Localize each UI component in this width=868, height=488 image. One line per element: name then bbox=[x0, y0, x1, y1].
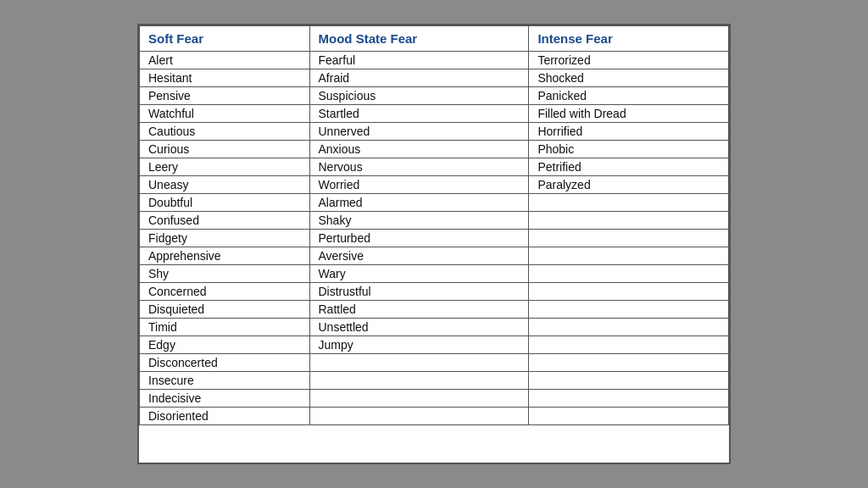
intense-fear-cell: Filled with Dread bbox=[529, 105, 729, 123]
table-row: ShyWary bbox=[140, 265, 729, 283]
table-row: CuriousAnxiousPhobic bbox=[140, 141, 729, 158]
soft-fear-cell: Hesitant bbox=[140, 69, 310, 87]
header-intense-fear: Intense Fear bbox=[529, 26, 729, 52]
fear-table: Soft Fear Mood State Fear Intense Fear A… bbox=[139, 25, 729, 425]
table-row: DisquietedRattled bbox=[140, 301, 729, 319]
mood-state-fear-cell: Suspicious bbox=[309, 87, 529, 105]
mood-state-fear-cell: Anxious bbox=[309, 141, 529, 158]
soft-fear-cell: Pensive bbox=[140, 87, 310, 105]
mood-state-fear-cell bbox=[309, 372, 529, 390]
mood-state-fear-cell: Fearful bbox=[309, 52, 529, 69]
mood-state-fear-cell: Shaky bbox=[309, 212, 529, 230]
soft-fear-cell: Uneasy bbox=[140, 176, 310, 194]
table-row: Insecure bbox=[140, 372, 729, 390]
intense-fear-cell: Paralyzed bbox=[529, 176, 729, 194]
soft-fear-cell: Doubtful bbox=[140, 194, 310, 212]
intense-fear-cell bbox=[529, 230, 729, 247]
mood-state-fear-cell: Distrustful bbox=[309, 283, 529, 301]
soft-fear-cell: Concerned bbox=[140, 283, 310, 301]
intense-fear-cell: Horrified bbox=[529, 123, 729, 141]
mood-state-fear-cell: Worried bbox=[309, 176, 529, 194]
soft-fear-cell: Disconcerted bbox=[140, 354, 310, 372]
mood-state-fear-cell bbox=[309, 390, 529, 408]
mood-state-fear-cell: Unsettled bbox=[309, 319, 529, 336]
intense-fear-cell: Petrified bbox=[529, 158, 729, 176]
header-soft-fear: Soft Fear bbox=[140, 26, 310, 52]
soft-fear-cell: Apprehensive bbox=[140, 247, 310, 265]
intense-fear-cell bbox=[529, 247, 729, 265]
table-row: CautiousUnnervedHorrified bbox=[140, 123, 729, 141]
soft-fear-cell: Alert bbox=[140, 52, 310, 69]
mood-state-fear-cell: Rattled bbox=[309, 301, 529, 319]
mood-state-fear-cell: Perturbed bbox=[309, 230, 529, 247]
intense-fear-cell bbox=[529, 372, 729, 390]
mood-state-fear-cell: Alarmed bbox=[309, 194, 529, 212]
table-row: ApprehensiveAversive bbox=[140, 247, 729, 265]
table-row: Disoriented bbox=[140, 408, 729, 425]
soft-fear-cell: Curious bbox=[140, 141, 310, 158]
soft-fear-cell: Disoriented bbox=[140, 408, 310, 425]
intense-fear-cell bbox=[529, 408, 729, 425]
soft-fear-cell: Timid bbox=[140, 319, 310, 336]
mood-state-fear-cell: Afraid bbox=[309, 69, 529, 87]
soft-fear-cell: Confused bbox=[140, 212, 310, 230]
intense-fear-cell bbox=[529, 265, 729, 283]
table-row: ConcernedDistrustful bbox=[140, 283, 729, 301]
header-mood-state-fear: Mood State Fear bbox=[309, 26, 529, 52]
soft-fear-cell: Indecisive bbox=[140, 390, 310, 408]
soft-fear-cell: Leery bbox=[140, 158, 310, 176]
fear-table-container: Soft Fear Mood State Fear Intense Fear A… bbox=[137, 24, 731, 464]
mood-state-fear-cell bbox=[309, 408, 529, 425]
soft-fear-cell: Disquieted bbox=[140, 301, 310, 319]
soft-fear-cell: Insecure bbox=[140, 372, 310, 390]
table-row: PensiveSuspiciousPanicked bbox=[140, 87, 729, 105]
mood-state-fear-cell: Wary bbox=[309, 265, 529, 283]
table-row: WatchfulStartledFilled with Dread bbox=[140, 105, 729, 123]
intense-fear-cell bbox=[529, 354, 729, 372]
intense-fear-cell bbox=[529, 283, 729, 301]
table-row: EdgyJumpy bbox=[140, 336, 729, 354]
soft-fear-cell: Cautious bbox=[140, 123, 310, 141]
table-header-row: Soft Fear Mood State Fear Intense Fear bbox=[140, 26, 729, 52]
table-row: HesitantAfraidShocked bbox=[140, 69, 729, 87]
soft-fear-cell: Shy bbox=[140, 265, 310, 283]
soft-fear-cell: Edgy bbox=[140, 336, 310, 354]
soft-fear-cell: Watchful bbox=[140, 105, 310, 123]
table-row: FidgetyPerturbed bbox=[140, 230, 729, 247]
table-row: AlertFearfulTerrorized bbox=[140, 52, 729, 69]
intense-fear-cell bbox=[529, 301, 729, 319]
mood-state-fear-cell: Startled bbox=[309, 105, 529, 123]
intense-fear-cell: Terrorized bbox=[529, 52, 729, 69]
intense-fear-cell bbox=[529, 390, 729, 408]
intense-fear-cell: Panicked bbox=[529, 87, 729, 105]
mood-state-fear-cell: Aversive bbox=[309, 247, 529, 265]
table-row: DoubtfulAlarmed bbox=[140, 194, 729, 212]
mood-state-fear-cell bbox=[309, 354, 529, 372]
mood-state-fear-cell: Jumpy bbox=[309, 336, 529, 354]
mood-state-fear-cell: Unnerved bbox=[309, 123, 529, 141]
table-row: LeeryNervousPetrified bbox=[140, 158, 729, 176]
intense-fear-cell bbox=[529, 336, 729, 354]
intense-fear-cell: Phobic bbox=[529, 141, 729, 158]
table-row: Indecisive bbox=[140, 390, 729, 408]
table-row: Disconcerted bbox=[140, 354, 729, 372]
table-row: TimidUnsettled bbox=[140, 319, 729, 336]
intense-fear-cell bbox=[529, 194, 729, 212]
intense-fear-cell: Shocked bbox=[529, 69, 729, 87]
table-row: UneasyWorriedParalyzed bbox=[140, 176, 729, 194]
soft-fear-cell: Fidgety bbox=[140, 230, 310, 247]
intense-fear-cell bbox=[529, 319, 729, 336]
intense-fear-cell bbox=[529, 212, 729, 230]
mood-state-fear-cell: Nervous bbox=[309, 158, 529, 176]
table-row: ConfusedShaky bbox=[140, 212, 729, 230]
